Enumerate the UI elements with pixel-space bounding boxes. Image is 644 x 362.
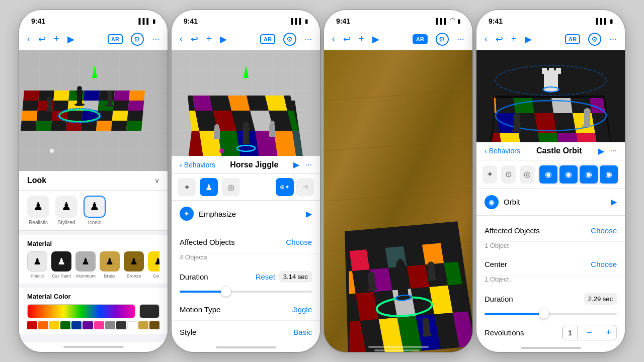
material-aluminum[interactable]: ♟ Aluminum — [75, 251, 96, 279]
add-button-4[interactable]: + — [511, 34, 517, 44]
svg-rect-16 — [84, 90, 100, 101]
slider-thumb-4[interactable] — [539, 309, 549, 319]
more-button-1[interactable]: ··· — [152, 34, 159, 44]
more-button-2[interactable]: ··· — [304, 34, 312, 44]
ar-badge-3[interactable]: AR — [413, 34, 428, 44]
add-button-2[interactable]: + — [206, 34, 212, 44]
svg-marker-174 — [573, 113, 595, 133]
stepper-plus-4[interactable]: + — [601, 325, 616, 340]
back-button-3[interactable]: ‹ — [332, 34, 335, 44]
undo-button-4[interactable]: ↩ — [496, 34, 503, 45]
affected-objects-sub-2: 4 Objects — [172, 253, 320, 265]
back-behaviors-2[interactable]: ‹ Behaviors — [180, 161, 215, 169]
swatch-5[interactable] — [71, 321, 82, 329]
trigger-orbit1-4[interactable]: ◉ — [539, 165, 557, 184]
style-iconic[interactable]: ♟ Iconic — [84, 196, 106, 225]
realistic-label: Realistic — [29, 220, 48, 225]
ar-badge-2[interactable]: AR — [260, 34, 275, 44]
back-button-2[interactable]: ‹ — [180, 34, 183, 44]
trigger-piece-2[interactable]: ♟ — [200, 178, 218, 196]
swatch-6[interactable] — [83, 321, 93, 329]
undo-button-1[interactable]: ↩ — [38, 34, 46, 45]
duration-reset-2[interactable]: Reset — [256, 273, 275, 281]
motion-type-label-2: Motion Type — [180, 305, 220, 314]
carpaint-label: Car Paint — [52, 274, 71, 279]
style-realistic[interactable]: ♟ Realistic — [27, 196, 49, 225]
trigger-bar-2: ✦ ♟ ◎ ⊕✦ ⊣ — [172, 174, 320, 201]
svg-rect-22 — [53, 101, 69, 111]
duration-slider-4[interactable] — [485, 313, 617, 315]
status-icons-2: ▌▌▌ ▮ — [291, 18, 308, 25]
style-row-2: Style Basic — [172, 321, 320, 343]
trigger-star-2[interactable]: ✦ — [178, 178, 196, 196]
trigger-orbit2-4[interactable]: ◉ — [559, 165, 578, 184]
material-gold[interactable]: ♟ Gold — [148, 251, 159, 279]
trigger-circle-4[interactable]: ◎ — [520, 165, 534, 184]
ar-badge-4[interactable]: AR — [565, 34, 580, 44]
trigger-jiggle-2[interactable]: ⊕✦ — [276, 178, 294, 196]
swatch-7[interactable] — [94, 321, 104, 329]
motion-type-value-2[interactable]: Jiggle — [292, 305, 312, 314]
undo-button-2[interactable]: ↩ — [191, 34, 198, 45]
orbit-play-4[interactable]: ▶ — [611, 197, 617, 207]
style-value-2[interactable]: Basic — [293, 328, 312, 336]
emphasize-play-2[interactable]: ▶ — [306, 209, 312, 219]
undo-button-3[interactable]: ↩ — [343, 34, 351, 45]
material-carpaint[interactable]: ♟ Car Paint — [51, 251, 71, 279]
gear-button-2[interactable]: ⚙ — [283, 33, 296, 46]
trigger-bar-4: ✦ ⊙ ◎ ◉ ◉ ◉ ◉ — [476, 160, 625, 189]
nav-more-2[interactable]: ··· — [305, 160, 312, 169]
ar-badge-1[interactable]: AR — [108, 34, 123, 44]
svg-rect-38 — [51, 121, 67, 131]
swatch-2[interactable] — [38, 321, 48, 329]
gear-button-4[interactable]: ⚙ — [588, 33, 601, 46]
material-brass[interactable]: ♟ Brass — [100, 251, 120, 279]
trigger-circle-2[interactable]: ◎ — [222, 178, 240, 196]
trigger-star-4[interactable]: ✦ — [482, 165, 497, 184]
color-gradient[interactable] — [27, 304, 135, 318]
play-button-2[interactable]: ▶ — [220, 34, 227, 45]
swatch-8[interactable] — [105, 321, 115, 329]
back-button-1[interactable]: ‹ — [27, 34, 30, 44]
affected-objects-value-2[interactable]: Choose — [286, 238, 312, 246]
play-button-1[interactable]: ▶ — [67, 34, 74, 45]
gear-button-1[interactable]: ⚙ — [131, 33, 144, 46]
style-stylized[interactable]: ♟ Stylized — [55, 196, 77, 225]
duration-slider-2[interactable] — [180, 291, 312, 293]
nav-play-4[interactable]: ▶ — [598, 146, 604, 156]
trigger-tap-4[interactable]: ⊙ — [501, 165, 516, 184]
swatch-4[interactable] — [60, 321, 70, 329]
swatch-3[interactable] — [49, 321, 59, 329]
swatch-10[interactable] — [127, 321, 137, 329]
swatch-11[interactable] — [138, 321, 148, 329]
center-value-4[interactable]: Choose — [591, 260, 617, 268]
trigger-orbit4-4[interactable]: ◉ — [600, 165, 618, 184]
material-plastic[interactable]: ♟ Plastic — [27, 251, 47, 279]
back-button-4[interactable]: ‹ — [485, 34, 488, 44]
add-button-3[interactable]: + — [359, 34, 364, 44]
iconic-label: Iconic — [88, 220, 101, 225]
back-behaviors-4[interactable]: ‹ Behaviors — [485, 147, 520, 155]
play-button-4[interactable]: ▶ — [525, 34, 532, 45]
nav-play-2[interactable]: ▶ — [293, 160, 299, 169]
swatch-1[interactable] — [27, 321, 37, 329]
more-button-4[interactable]: ··· — [609, 34, 617, 44]
look-chevron[interactable]: ∨ — [154, 176, 159, 185]
chess-svg-4 — [476, 50, 625, 142]
swatch-9[interactable] — [116, 321, 126, 329]
toolbar-4: ‹ ↩ + ▶ AR ⚙ ··· — [476, 28, 625, 50]
status-icons-1: ▌▌▌ ▮ — [139, 18, 155, 25]
more-button-3[interactable]: ··· — [457, 34, 464, 44]
affected-objects-value-4[interactable]: Choose — [591, 226, 617, 235]
slider-thumb-2[interactable] — [221, 287, 231, 297]
swatch-12[interactable] — [149, 321, 159, 329]
stepper-minus-4[interactable]: − — [582, 325, 597, 340]
add-button-1[interactable]: + — [54, 34, 59, 44]
nav-more-4[interactable]: ··· — [610, 146, 617, 155]
svg-rect-192 — [514, 118, 520, 132]
play-button-3[interactable]: ▶ — [372, 34, 379, 45]
gear-button-3[interactable]: ⚙ — [436, 33, 449, 46]
material-bronze[interactable]: ♟ Bronze — [124, 251, 144, 279]
trigger-orbit3-4[interactable]: ◉ — [580, 165, 598, 184]
trigger-sound-2[interactable]: ⊣ — [296, 178, 314, 196]
